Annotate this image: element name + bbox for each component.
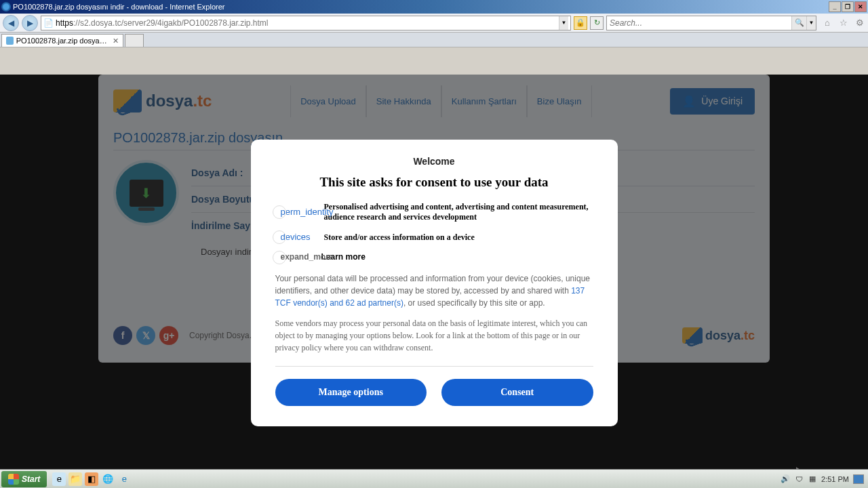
purpose-advertising: Personalised advertising and content, ad… [324,202,593,222]
close-button[interactable]: ✕ [854,1,867,12]
tab-close-icon[interactable]: ✕ [113,37,119,45]
url-path: ://s2.dosya.tc/server29/4igakb/PO1002878… [73,18,269,28]
consent-para-1: Your personal data will be processed and… [275,272,593,309]
browser-toolbar: ◀ ▶ 📄 https://s2.dosya.tc/server29/4igak… [0,14,868,33]
back-button[interactable]: ◀ [3,15,19,31]
forward-button[interactable]: ▶ [22,15,38,31]
chrome-taskbar-icon[interactable]: 🌐 [101,472,115,486]
browser-tab[interactable]: PO1002878.jar.zip dosyasını... ✕ [1,34,123,47]
purpose-storage: Store and/or access information on a dev… [324,232,593,243]
consent-modal: Welcome This site asks for consent to us… [251,140,618,426]
manage-options-button[interactable]: Manage options [275,379,427,406]
tray-icon-1[interactable]: 🛡 [794,474,804,484]
taskbar-clock[interactable]: 2:51 PM [821,475,849,483]
tab-favicon [6,37,14,45]
tray-icon-2[interactable]: ▦ [808,474,817,484]
window-titlebar: PO1002878.jar.zip dosyasını indir - down… [0,0,868,14]
maximize-button[interactable]: ❐ [842,1,854,12]
url-dropdown-icon[interactable]: ▼ [559,16,568,30]
start-button[interactable]: Start [1,471,47,487]
app-taskbar-icon[interactable]: ◧ [85,472,98,486]
window-title: PO1002878.jar.zip dosyasını indir - down… [13,3,828,11]
settings-gear-icon[interactable]: ⚙ [854,18,865,28]
search-button[interactable]: 🔍 [791,16,806,30]
favorites-icon[interactable]: ☆ [838,18,849,28]
consent-button[interactable]: Consent [441,379,593,406]
explorer-taskbar-icon[interactable]: 📁 [68,472,82,486]
learn-more-link[interactable]: expand_more Learn more [275,252,593,262]
ie-icon [1,2,11,12]
modal-welcome: Welcome [275,156,593,167]
edge-taskbar-icon[interactable]: e [117,472,131,486]
tab-title: PO1002878.jar.zip dosyasını... [16,37,107,45]
ie-taskbar-icon[interactable]: e [52,472,66,486]
consent-overlay: Welcome This site asks for consent to us… [0,75,868,488]
refresh-button[interactable]: ↻ [590,16,604,30]
home-icon[interactable]: ⌂ [822,18,833,28]
windows-taskbar: Start e 📁 ◧ 🌐 e 🔊 🛡 ▦ 2:51 PM [0,469,868,488]
identity-icon: perm_identity [281,207,335,218]
search-input[interactable] [607,18,791,28]
modal-divider [275,366,593,367]
search-bar[interactable]: 🔍 ▼ [606,16,816,30]
quick-launch: e 📁 ◧ 🌐 e [52,472,131,486]
tab-bar: PO1002878.jar.zip dosyasını... ✕ [0,33,868,47]
consent-para-2: Some vendors may process your personal d… [275,317,593,354]
url-scheme: https [56,18,73,28]
address-bar[interactable]: 📄 https://s2.dosya.tc/server29/4igakb/PO… [41,16,571,30]
minimize-button[interactable]: _ [829,1,841,12]
devices-icon: devices [281,232,335,243]
new-tab-button[interactable] [125,34,144,47]
show-desktop-icon[interactable] [853,474,864,484]
volume-icon[interactable]: 🔊 [781,474,790,484]
system-tray: 🔊 🛡 ▦ 2:51 PM [776,474,868,484]
modal-title: This site asks for consent to use your d… [275,175,593,190]
search-dropdown-icon[interactable]: ▼ [806,16,816,30]
browser-viewport: dosya.tc Dosya Upload Site Hakkında Kull… [0,75,868,488]
security-lock-icon[interactable]: 🔒 [574,16,587,30]
expand-more-icon: expand_more [281,252,335,262]
